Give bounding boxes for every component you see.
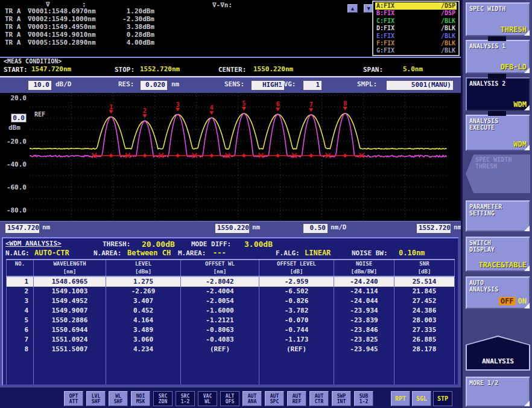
scroll-up-button[interactable]: ▲ <box>347 4 358 13</box>
table-cell: 7 <box>6 335 34 345</box>
marker-wavelength: ∇0001:1548.6970nm <box>28 7 96 15</box>
trace-display-mode: /BLK <box>441 33 455 40</box>
table-row[interactable]: 71551.09243.060-0.4083-1.173-23.82526.88… <box>6 335 455 345</box>
softkey-spec-width[interactable]: SPEC WIDTHTHRESH <box>466 2 530 36</box>
ref-level-box[interactable]: 0.0 <box>11 113 27 123</box>
setting-label: SENS: <box>224 80 244 88</box>
function-key-wl-shf[interactable]: WLSHF <box>109 391 128 406</box>
trace-name: F:FIX <box>376 40 394 47</box>
function-key-src-1-2[interactable]: SRC1-2 <box>176 391 195 406</box>
function-key-stp[interactable]: STP <box>433 391 452 406</box>
trace-status-row[interactable]: F:FIX/BLK <box>375 40 457 47</box>
function-key-aut-ctr[interactable]: AUTCTR <box>309 391 329 406</box>
function-key-alt-ofs[interactable]: ALTOFS <box>220 391 239 406</box>
table-cell: 21.845 <box>394 287 455 296</box>
table-row[interactable]: 11548.69651.275-2.8042-2.959-24.24025.51… <box>6 277 455 287</box>
setting-value-box[interactable]: 5001(MANU) <box>386 80 454 91</box>
softkey-title: ANALYSIS 1 <box>469 43 527 49</box>
table-cell: -2.269 <box>106 287 181 296</box>
table-cell: 6 <box>6 325 34 335</box>
setting-value-box[interactable]: 0.020 <box>140 80 168 91</box>
table-cell: 3.407 <box>106 296 181 306</box>
toggle-off[interactable]: OFF <box>499 297 516 305</box>
top-panel: ∇ : TR A∇0001:1548.6970nm1.20dBmTR A∇000… <box>0 0 461 58</box>
softkey-analysis-1[interactable]: ANALYSIS 1DFB-LD <box>466 40 530 74</box>
function-key-rpt[interactable]: RPT <box>391 391 410 406</box>
table-cell: -0.4083 <box>181 335 259 345</box>
y-axis-label: -20.0 <box>0 138 27 145</box>
trace-status-row[interactable]: D:FIX/BLK <box>375 25 457 32</box>
softkey-switch-display[interactable]: SWITCHDISPLAYTRACE&TABLE <box>466 237 530 272</box>
softkey-title: SETTING <box>469 210 527 217</box>
setting-value-box[interactable]: 1 <box>303 80 322 91</box>
wdm-param-value: Between CH <box>127 249 171 257</box>
trace-status-row[interactable]: C:FIX/BLK <box>375 18 457 25</box>
function-key-opt-att[interactable]: OPTATT <box>64 391 83 406</box>
wdm-param-label: N.AREA: <box>93 249 121 257</box>
meas-field-value: 5.0nm <box>403 65 423 73</box>
table-cell: 2 <box>6 287 34 296</box>
softkey-title: MORE 1/2 <box>469 380 527 386</box>
function-key-aut-ref[interactable]: AUTREF <box>287 391 306 406</box>
wdm-param-value: --- <box>213 249 226 257</box>
trace-status-row[interactable]: B:FIX/DSP <box>375 10 457 17</box>
table-column-header: NO. <box>6 260 34 276</box>
table-row[interactable]: 61550.69443.489-0.8063-0.744-23.84627.33… <box>6 325 455 335</box>
trace-status-row[interactable]: A:FIX/DSP <box>375 2 457 10</box>
table-cell: 27.335 <box>394 325 455 335</box>
table-cell: 3 <box>6 296 34 306</box>
function-key-swp-int[interactable]: SWPINT <box>332 391 351 406</box>
marker-level: 0.28dBm <box>109 31 154 39</box>
softkey-more[interactable]: MORE 1/2 <box>466 377 530 407</box>
function-key-src-zon[interactable]: SRCZON <box>153 391 173 406</box>
trace-display-mode: /DSP <box>441 2 455 10</box>
meas-field-label: START: <box>4 66 28 74</box>
softkey-parameter-setting[interactable]: PARAMETERSETTING <box>466 200 530 232</box>
table-row[interactable]: 81551.50074.234(REF)(REF)-23.94528.178 <box>6 345 455 354</box>
trace-status-row[interactable]: E:FIX/BLK <box>375 33 457 40</box>
function-key-aut-spc[interactable]: AUTSPC <box>265 391 284 406</box>
softkey-analysis-2[interactable]: ANALYSIS 2WDM <box>466 77 530 111</box>
softkey-notch <box>488 111 506 116</box>
table-cell: 1549.1003 <box>34 287 106 296</box>
table-cell: -1.173 <box>259 335 334 345</box>
table-cell: -23.934 <box>334 306 394 316</box>
table-row[interactable]: 31549.49523.407-2.0054-0.826-24.04427.45… <box>6 296 455 306</box>
table-column-header: LEVEL[dBm] <box>106 260 181 276</box>
trace-status-row[interactable]: G:FIX/BLK <box>375 47 457 54</box>
y-axis-label[interactable]: 0.0 <box>0 114 27 122</box>
function-key-sub-1-2[interactable]: SUB1-2 <box>354 391 373 406</box>
softkey-analysis-execute[interactable]: ANALYSISEXECUTEWDM <box>466 115 530 151</box>
table-row[interactable]: 21549.1003-2.269-2.4004-6.502-24.11421.8… <box>6 287 455 296</box>
table-header-row: NO. WAVELENGTH[nm]LEVEL[dBm]OFFSET WL[nm… <box>6 259 455 277</box>
table-row[interactable]: 51550.28864.164-1.2121-0.070-23.83928.00… <box>6 316 455 325</box>
softkey-title: ANALYSIS 2 <box>469 80 527 87</box>
spectrum-svg: 12345678 <box>30 93 447 221</box>
table-cell: -2.8042 <box>181 277 259 287</box>
x-axis-value-box[interactable]: 1547.720 <box>5 223 40 234</box>
setting-label: RES: <box>118 80 135 88</box>
table-cell: -0.744 <box>259 325 334 335</box>
table-cell: -23.846 <box>334 325 394 335</box>
function-key-noi-msk[interactable]: NOIMSK <box>131 391 150 406</box>
setting-value-box[interactable]: 10.0 <box>28 80 52 91</box>
function-key-lvl-shf[interactable]: LVLSHF <box>86 391 106 406</box>
y-axis-label: -60.0 <box>0 183 27 191</box>
svg-text:1: 1 <box>109 104 113 110</box>
softkey-auto-analysis[interactable]: AUTOANALYSISOFFON <box>466 276 530 309</box>
function-key-sgl[interactable]: SGL <box>412 391 431 406</box>
table-cell: 4 <box>6 306 34 316</box>
x-axis-value-box[interactable]: 1550.220 <box>215 223 250 234</box>
function-key-vac-wl[interactable]: VACWL <box>198 391 217 406</box>
table-row[interactable]: 41549.90070.452-1.6000-3.782-23.93424.38… <box>6 306 455 316</box>
x-axis-value-box[interactable]: 0.50 <box>303 223 328 234</box>
softkey-title: SWITCH <box>469 240 527 246</box>
table-cell: 1548.6965 <box>34 277 106 287</box>
meas-field-label: CENTER: <box>218 66 246 74</box>
softkey-notch <box>488 36 506 41</box>
table-cell: 27.452 <box>394 296 455 306</box>
x-axis-value-box[interactable]: 1552.720 <box>416 223 451 234</box>
marker-trace-prefix: TR A <box>5 23 21 31</box>
function-key-aut-ana[interactable]: AUTANA <box>242 391 262 406</box>
trace-display-mode: /BLK <box>441 47 455 54</box>
